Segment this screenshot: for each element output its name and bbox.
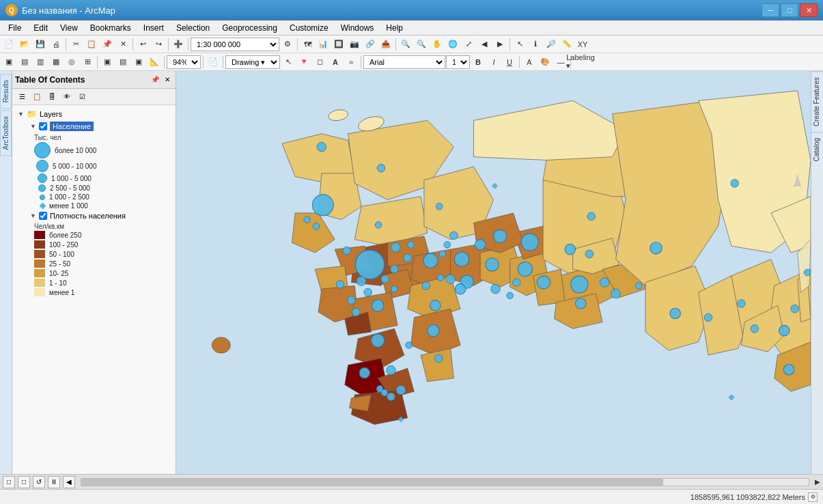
minimize-button[interactable]: ─	[762, 3, 779, 17]
new-btn[interactable]: 📄	[1, 37, 16, 52]
catalog-tab[interactable]: Catalog	[811, 132, 824, 167]
draw-tool3[interactable]: ≈	[344, 55, 359, 70]
map-area[interactable]: N	[176, 71, 811, 474]
paste-btn[interactable]: 📌	[100, 37, 115, 52]
draw-tool2[interactable]: ◻	[312, 55, 327, 70]
fwd-extent-btn[interactable]: ▶	[492, 37, 507, 52]
map-btn-3[interactable]: ↺	[33, 476, 45, 488]
svg-point-47	[387, 393, 395, 401]
full-extent-btn[interactable]: ⤢	[461, 37, 476, 52]
t2-page-btn[interactable]: 📄	[206, 55, 221, 70]
menu-edit[interactable]: Edit	[28, 22, 53, 34]
toc-source-btn[interactable]: 🗄	[45, 91, 59, 103]
menu-geoprocessing[interactable]: Geoprocessing	[217, 22, 283, 34]
t2-btn7[interactable]: ▣	[100, 55, 115, 70]
t2-btn5[interactable]: ◎	[64, 55, 79, 70]
toc-header: Table Of Contents 📌 ✕	[12, 71, 176, 89]
t2-btn1[interactable]: ▣	[1, 55, 16, 70]
tool1[interactable]: 🗺	[300, 37, 315, 52]
undo-btn[interactable]: ↩	[135, 37, 150, 52]
draw-cursor-btn[interactable]: ↖	[281, 55, 296, 70]
t2-btn10[interactable]: 📐	[147, 55, 162, 70]
tool4[interactable]: 📷	[347, 37, 362, 52]
menu-selection[interactable]: Selection	[171, 22, 215, 34]
horizontal-scrollbar[interactable]	[81, 478, 809, 486]
fill-color-btn[interactable]: 🎨	[538, 55, 553, 70]
menu-windows[interactable]: Windows	[335, 22, 380, 34]
font-color-btn[interactable]: A	[522, 55, 537, 70]
svg-point-4	[355, 250, 385, 279]
menu-insert[interactable]: Insert	[138, 22, 169, 34]
layer2-name[interactable]: Плотность населения	[50, 212, 126, 220]
toc-selection-btn[interactable]: ☑	[75, 91, 89, 103]
layer1-checkbox[interactable]	[39, 122, 47, 130]
scale-select[interactable]: 1:30 000 000	[191, 38, 279, 51]
map-btn-1[interactable]: □	[3, 476, 15, 488]
layer2-checkbox[interactable]	[39, 212, 47, 220]
zoom-select[interactable]: 94%	[167, 55, 201, 69]
map-btn-4[interactable]: ⏸	[48, 476, 60, 488]
copy-btn[interactable]: 📋	[84, 37, 99, 52]
density-legend-1: более 250	[29, 230, 176, 240]
find-btn[interactable]: 🔎	[544, 37, 559, 52]
layers-group-header[interactable]: ▼ 📁 Layers	[15, 108, 176, 120]
open-btn[interactable]: 📂	[17, 37, 32, 52]
print-btn[interactable]: 🖨	[48, 37, 64, 52]
scroll-right[interactable]: ▶	[815, 478, 820, 486]
create-features-tab[interactable]: Create Features	[811, 71, 824, 132]
menu-help[interactable]: Help	[380, 22, 408, 34]
map-btn-2[interactable]: □	[18, 476, 30, 488]
info-btn[interactable]: ℹ	[528, 37, 543, 52]
toc-pin-btn[interactable]: 📌	[150, 74, 161, 85]
t2-btn6[interactable]: ⊞	[80, 55, 95, 70]
t2-btn2[interactable]: ▤	[17, 55, 32, 70]
draw-tool1[interactable]: 🔻	[296, 55, 311, 70]
pan-btn[interactable]: ✋	[430, 37, 445, 52]
layer1-expand[interactable]: ▼	[30, 123, 36, 130]
maximize-button[interactable]: □	[781, 3, 798, 17]
redo-btn[interactable]: ↪	[151, 37, 166, 52]
toc-list-view-btn[interactable]: ☰	[15, 91, 29, 103]
tool6[interactable]: 📤	[378, 37, 393, 52]
back-extent-btn[interactable]: ◀	[477, 37, 492, 52]
t2-btn4[interactable]: ▦	[48, 55, 64, 70]
delete-btn[interactable]: ✕	[115, 37, 130, 52]
select-btn[interactable]: ↖	[512, 37, 527, 52]
close-button[interactable]: ✕	[800, 3, 818, 17]
toc-close-btn[interactable]: ✕	[162, 74, 173, 85]
measure-btn[interactable]: 📏	[559, 37, 574, 52]
labeling-btn[interactable]: Labeling ▾	[573, 55, 588, 70]
t2-btn9[interactable]: ▣	[131, 55, 146, 70]
menu-customize[interactable]: Customize	[284, 22, 334, 34]
menu-bookmarks[interactable]: Bookmarks	[85, 22, 137, 34]
map-btn-5[interactable]: ◀	[63, 476, 75, 488]
globe-btn[interactable]: 🌐	[445, 37, 460, 52]
add-data-btn[interactable]: ➕	[171, 37, 186, 52]
tool5[interactable]: 🔗	[363, 37, 378, 52]
t2-btn8[interactable]: ▤	[115, 55, 130, 70]
cut-btn[interactable]: ✂	[68, 37, 83, 52]
italic-btn[interactable]: I	[486, 55, 501, 70]
layer2-expand[interactable]: ▼	[30, 212, 36, 219]
goto-btn[interactable]: XY	[575, 37, 590, 52]
toc-drawing-order-btn[interactable]: 📋	[30, 91, 44, 103]
zoom-out-btn[interactable]: 🔍	[414, 37, 429, 52]
underline-btn[interactable]: U	[502, 55, 517, 70]
menu-file[interactable]: File	[3, 22, 27, 34]
t2-btn3[interactable]: ▥	[33, 55, 48, 70]
results-tab[interactable]: Results	[0, 74, 12, 109]
fontsize-select[interactable]: 10	[446, 55, 470, 69]
scale-tools-btn[interactable]: ⚙	[280, 37, 295, 52]
zoom-in-btn[interactable]: 🔍	[398, 37, 413, 52]
tool2[interactable]: 📊	[316, 37, 331, 52]
drawing-select[interactable]: Drawing ▾	[225, 55, 280, 69]
layer1-name[interactable]: Население	[50, 122, 94, 131]
tool3[interactable]: 🔲	[331, 37, 346, 52]
font-select[interactable]: Arial	[363, 55, 445, 69]
save-btn[interactable]: 💾	[33, 37, 48, 52]
toc-visibility-btn[interactable]: 👁	[60, 91, 74, 103]
draw-text-btn[interactable]: A	[328, 55, 343, 70]
menu-view[interactable]: View	[55, 22, 83, 34]
arctoolbox-tab[interactable]: ArcToolbox	[0, 110, 12, 156]
bold-btn[interactable]: B	[471, 55, 486, 70]
